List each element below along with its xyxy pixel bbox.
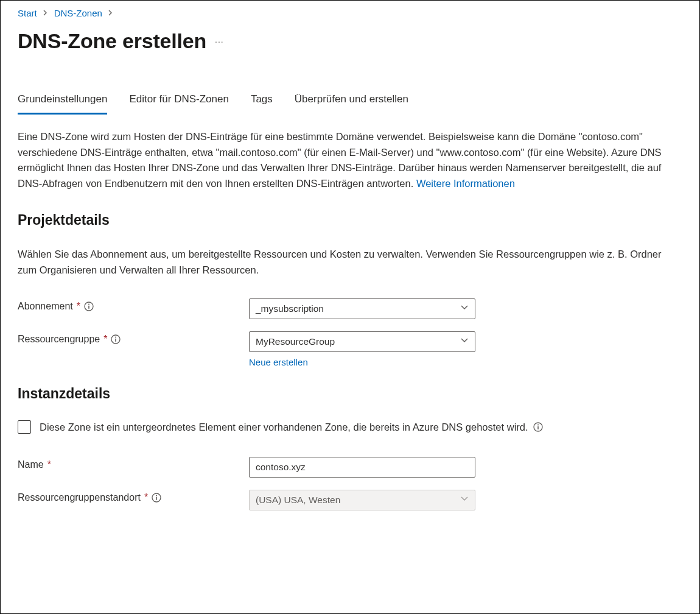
breadcrumb-start[interactable]: Start	[18, 8, 37, 18]
chevron-down-icon	[460, 303, 469, 314]
subscription-select[interactable]: _mysubscription	[249, 298, 475, 319]
svg-point-11	[156, 495, 157, 496]
intro-text: Eine DNS-Zone wird zum Hosten der DNS-Ei…	[18, 131, 662, 189]
breadcrumb-dns-zones[interactable]: DNS-Zonen	[54, 8, 102, 18]
breadcrumb: Start DNS-Zonen	[18, 8, 682, 18]
child-zone-checkbox[interactable]	[18, 420, 31, 434]
required-mark: *	[103, 334, 107, 345]
info-icon[interactable]	[152, 493, 161, 503]
info-icon[interactable]	[84, 302, 94, 311]
required-mark: *	[77, 301, 80, 312]
tab-tags[interactable]: Tags	[251, 90, 273, 115]
location-select: (USA) USA, Westen	[249, 490, 475, 510]
info-icon[interactable]	[111, 334, 121, 344]
tab-basics[interactable]: Grundeinstellungen	[18, 90, 107, 115]
required-mark: *	[47, 459, 51, 470]
location-value: (USA) USA, Westen	[256, 495, 340, 506]
intro-description: Eine DNS-Zone wird zum Hosten der DNS-Ei…	[18, 129, 682, 191]
learn-more-link[interactable]: Weitere Informationen	[416, 178, 515, 189]
required-mark: *	[144, 492, 148, 503]
name-label: Name	[18, 459, 44, 470]
svg-rect-4	[116, 339, 117, 342]
svg-point-8	[537, 425, 539, 426]
child-zone-label: Diese Zone ist ein untergeordnetes Eleme…	[40, 422, 528, 433]
svg-point-5	[115, 337, 116, 338]
subscription-value: _mysubscription	[256, 303, 324, 314]
page-title: DNS-Zone erstellen	[18, 29, 206, 53]
instance-details-heading: Instanzdetails	[18, 386, 682, 402]
resourcegroup-label: Ressourcengruppe	[18, 334, 100, 345]
resourcegroup-select[interactable]: MyResourceGroup	[249, 331, 475, 352]
project-details-desc: Wählen Sie das Abonnement aus, um bereit…	[18, 247, 682, 278]
svg-rect-7	[537, 426, 539, 429]
chevron-down-icon	[460, 495, 469, 506]
more-icon[interactable]: ···	[215, 37, 224, 46]
svg-rect-1	[88, 306, 89, 309]
create-new-link[interactable]: Neue erstellen	[249, 357, 308, 367]
chevron-right-icon	[108, 9, 113, 18]
chevron-down-icon	[460, 336, 469, 347]
tab-review[interactable]: Überprüfen und erstellen	[295, 90, 408, 115]
subscription-label: Abonnement	[18, 301, 73, 312]
resourcegroup-value: MyResourceGroup	[256, 336, 335, 347]
svg-point-2	[88, 304, 89, 305]
tabs: Grundeinstellungen Editor für DNS-Zonen …	[18, 90, 682, 115]
tab-editor[interactable]: Editor für DNS-Zonen	[129, 90, 228, 115]
name-input[interactable]	[249, 457, 475, 478]
location-label: Ressourcengruppenstandort	[18, 492, 141, 503]
project-details-heading: Projektdetails	[18, 212, 682, 228]
info-icon[interactable]	[533, 422, 543, 432]
chevron-right-icon	[43, 9, 48, 18]
svg-rect-10	[156, 497, 157, 500]
